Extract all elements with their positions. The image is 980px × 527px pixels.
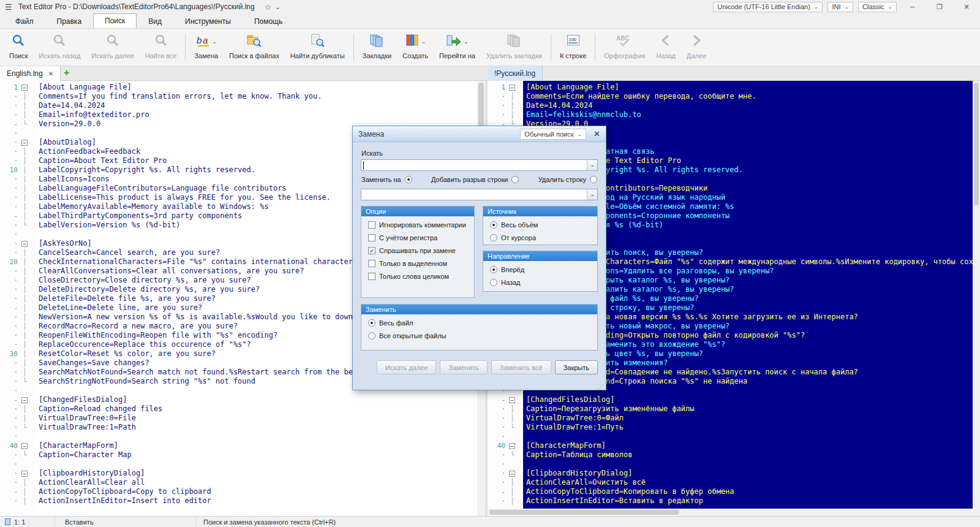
fold-collapse-icon[interactable]: − <box>509 397 515 403</box>
checkbox-1[interactable]: С учётом регистра <box>368 234 467 241</box>
fold-collapse-icon[interactable]: − <box>509 85 515 91</box>
gutter-line: ·│ <box>0 193 36 202</box>
tab-bar: English.lng ✕ + !Русский.lng <box>0 66 980 81</box>
close-tab-icon[interactable]: ✕ <box>48 70 53 77</box>
checkbox-0[interactable]: Игнорировать комментарии <box>368 221 467 229</box>
dialog-title-bar[interactable]: Замена Обычный поиск⌄ ✕ <box>353 126 606 142</box>
dialog-button-3[interactable]: Закрыть <box>555 360 598 374</box>
replace-type-radio-2[interactable]: Удалить строку <box>538 176 597 183</box>
toolbar-button-find-duplicates[interactable]: Найти дубликаты <box>285 30 350 64</box>
radio-icon[interactable] <box>368 319 375 327</box>
radio-icon[interactable] <box>490 234 497 241</box>
menu-item-4[interactable]: Инструменты <box>173 14 243 28</box>
scrollbar-thumb[interactable] <box>489 510 679 515</box>
search-mode-select[interactable]: Обычный поиск⌄ <box>520 129 586 140</box>
fold-tree-line: │ <box>23 156 27 165</box>
fold-tree-line: │ <box>23 303 27 313</box>
checkbox-4[interactable]: Только слова целиком <box>368 273 467 280</box>
radio-icon[interactable] <box>490 266 497 273</box>
chevron-down-icon[interactable]: ⌄ <box>275 4 280 10</box>
tab-english-lng[interactable]: English.lng ✕ <box>0 66 61 81</box>
radio-icon[interactable] <box>590 176 597 183</box>
theme-select[interactable]: Classic⌄ <box>858 2 897 12</box>
radio-icon[interactable] <box>511 176 519 183</box>
gutter-line: ·│ <box>488 101 523 110</box>
menu-item-2[interactable]: Поиск <box>93 13 137 28</box>
toolbar-button-search-all: Найти все <box>140 30 183 64</box>
radio-icon[interactable] <box>405 176 412 183</box>
scrollbar-thumb[interactable] <box>974 83 979 205</box>
close-button[interactable]: ✕ <box>956 3 978 11</box>
fold-collapse-icon[interactable]: − <box>21 140 28 146</box>
window-title: Text Editor Pro - D:\Downloads\TextEdito… <box>18 2 255 11</box>
menu-item-5[interactable]: Помощь <box>243 14 294 28</box>
toolbar: Поиск Искать назад Искать далее Най <box>0 29 980 66</box>
resize-grip[interactable]: ⋰ <box>597 383 604 391</box>
new-tab-button[interactable]: + <box>64 67 69 78</box>
bookmarks-icon <box>369 33 384 50</box>
menu-item-0[interactable]: Файл <box>4 14 45 28</box>
radio-icon[interactable] <box>490 279 497 286</box>
code-line: Date=14.04.2024 <box>526 101 973 110</box>
fold-collapse-icon[interactable]: − <box>509 471 515 477</box>
right-scrollbar-horizontal[interactable] <box>488 509 973 516</box>
combo-dropdown-icon[interactable]: ⌄ <box>587 189 597 200</box>
combo-dropdown-icon[interactable]: ⌄ <box>587 160 597 170</box>
toolbar-button-search[interactable]: Поиск <box>4 30 33 64</box>
gutter-line: ·│ <box>488 414 523 423</box>
radio-0[interactable]: Весь файл <box>368 319 590 327</box>
radio-1[interactable]: От курсора <box>490 234 590 241</box>
code-line: VirtualDrawTree:1=Путь <box>526 423 973 432</box>
checkbox-icon[interactable]: ✓ <box>368 247 375 254</box>
fold-collapse-icon[interactable]: − <box>21 443 28 449</box>
fold-collapse-icon[interactable]: − <box>21 241 28 247</box>
toolbar-button-bookmark-add[interactable]: ⌄ Создать <box>397 30 434 64</box>
code-line: Date=14.04.2024 <box>39 101 477 110</box>
search-back-icon <box>52 33 67 50</box>
encoding-select[interactable]: Unicode (UTF-16 Little Endian)⌄ <box>713 2 823 12</box>
toolbar-button-goto-line[interactable]: 100 К строке <box>554 30 592 64</box>
menu-item-3[interactable]: Вид <box>137 14 173 28</box>
search-input[interactable]: ⌄ <box>361 159 598 171</box>
toolbar-button-replace[interactable]: ba ⌄ Замена <box>189 30 224 64</box>
code-line: ActionCopyToClipboard=Copy to clipboard <box>39 487 477 496</box>
chevron-down-icon[interactable]: ⌄ <box>213 39 217 45</box>
favorite-star-icon[interactable]: ☆ <box>265 2 272 12</box>
radio-1[interactable]: Назад <box>490 279 590 286</box>
radio-1[interactable]: Все открытые файлы <box>368 332 590 339</box>
fold-tree-line: │ <box>510 101 514 110</box>
fold-collapse-icon[interactable]: − <box>21 471 28 477</box>
code-line: [ClipboardHistoryDialog] <box>39 469 477 478</box>
checkbox-icon[interactable] <box>368 260 375 267</box>
dialog-close-icon[interactable]: ✕ <box>594 129 600 138</box>
checkbox-icon[interactable] <box>368 273 375 280</box>
replace-input[interactable]: ⌄ <box>361 189 598 200</box>
radio-icon[interactable] <box>368 332 375 339</box>
svg-text:b: b <box>197 35 202 45</box>
fold-collapse-icon[interactable]: − <box>509 443 515 449</box>
radio-icon[interactable] <box>490 221 497 229</box>
chevron-down-icon[interactable]: ⌄ <box>464 39 469 45</box>
radio-0[interactable]: Вперёд <box>490 266 590 273</box>
minimize-button[interactable]: ─ <box>902 3 924 10</box>
checkbox-icon[interactable] <box>368 221 375 229</box>
maximize-button[interactable]: ❐ <box>929 3 951 11</box>
replace-type-radio-0[interactable]: Заменить на <box>361 176 412 183</box>
checkbox-3[interactable]: Только в выделенном <box>368 260 467 267</box>
syntax-select[interactable]: INI⌄ <box>827 2 853 12</box>
toolbar-button-bookmarks[interactable]: Закладки <box>357 30 398 64</box>
right-scrollbar-vertical[interactable] <box>973 81 980 516</box>
replace-type-radio-1[interactable]: Добавить разрыв строки <box>431 176 519 183</box>
checkbox-icon[interactable] <box>368 234 375 241</box>
hamburger-menu-icon[interactable]: ☰ <box>5 2 12 12</box>
chevron-down-icon[interactable]: ⌄ <box>421 39 426 45</box>
tab-russian-lng[interactable]: !Русский.lng <box>488 66 543 81</box>
fold-collapse-icon[interactable]: − <box>21 397 28 403</box>
toolbar-separator <box>551 34 551 61</box>
checkbox-2[interactable]: ✓Спрашивать при замене <box>368 247 467 254</box>
fold-collapse-icon[interactable]: − <box>21 85 28 91</box>
toolbar-button-search-in-files[interactable]: Поиск в файлах <box>224 30 285 64</box>
menu-item-1[interactable]: Правка <box>45 14 94 28</box>
radio-0[interactable]: Весь объём <box>490 221 590 229</box>
toolbar-button-goto[interactable]: ⌄ Перейти на <box>434 30 481 64</box>
